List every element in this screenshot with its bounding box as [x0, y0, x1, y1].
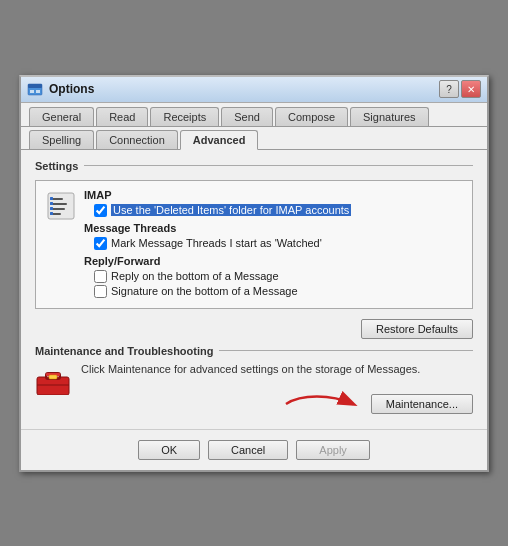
toolbox-icon	[35, 365, 71, 395]
tab-advanced[interactable]: Advanced	[180, 130, 259, 150]
svg-rect-4	[48, 193, 74, 219]
reply-checkbox2-row: Signature on the bottom of a Message	[94, 285, 462, 298]
threads-checkbox[interactable]	[94, 237, 107, 250]
tab-connection[interactable]: Connection	[96, 130, 178, 149]
tab-read[interactable]: Read	[96, 107, 148, 126]
svg-rect-1	[28, 84, 42, 88]
threads-checkbox-row: Mark Message Threads I start as 'Watched…	[94, 237, 462, 250]
svg-rect-6	[51, 203, 67, 205]
reply-checkbox1-label: Reply on the bottom of a Message	[111, 270, 279, 282]
maintenance-body: Click Maintenance for advanced settings …	[35, 363, 473, 419]
svg-rect-9	[50, 197, 53, 200]
settings-box: IMAP Use the 'Deleted Items' folder for …	[35, 180, 473, 309]
title-buttons: ? ✕	[439, 80, 481, 98]
reply-checkbox2[interactable]	[94, 285, 107, 298]
tab-compose[interactable]: Compose	[275, 107, 348, 126]
svg-rect-2	[30, 90, 34, 93]
maintenance-header: Maintenance and Troubleshooting	[35, 345, 473, 357]
svg-rect-10	[50, 202, 53, 205]
settings-content: IMAP Use the 'Deleted Items' folder for …	[84, 189, 462, 300]
help-button[interactable]: ?	[439, 80, 459, 98]
imap-label: IMAP	[84, 189, 462, 201]
maintenance-description: Click Maintenance for advanced settings …	[81, 363, 473, 375]
window-title: Options	[49, 82, 94, 96]
reply-checkbox1-row: Reply on the bottom of a Message	[94, 270, 462, 283]
cancel-button[interactable]: Cancel	[208, 440, 288, 460]
threads-checkbox-label: Mark Message Threads I start as 'Watched…	[111, 237, 322, 249]
tab-spelling[interactable]: Spelling	[29, 130, 94, 149]
title-bar-left: Options	[27, 81, 94, 97]
maintenance-section: Maintenance and Troubleshooting	[35, 345, 473, 419]
tabs-row2: Spelling Connection Advanced	[21, 127, 487, 150]
maintenance-btn-row: Maintenance...	[81, 389, 473, 419]
ok-button[interactable]: OK	[138, 440, 200, 460]
imap-checkbox1-row: Use the 'Deleted Items' folder for IMAP …	[94, 204, 462, 217]
options-window: Options ? ✕ General Read Receipts Send C…	[19, 75, 489, 472]
maintenance-right: Click Maintenance for advanced settings …	[81, 363, 473, 419]
tab-signatures[interactable]: Signatures	[350, 107, 429, 126]
svg-rect-7	[51, 208, 65, 210]
tabs-row1: General Read Receipts Send Compose Signa…	[21, 103, 487, 127]
imap-checkbox1-label: Use the 'Deleted Items' folder for IMAP …	[111, 204, 351, 216]
imap-checkbox1[interactable]	[94, 204, 107, 217]
reply-label: Reply/Forward	[84, 255, 462, 267]
tab-receipts[interactable]: Receipts	[150, 107, 219, 126]
settings-section-header: Settings	[35, 160, 473, 172]
restore-defaults-button[interactable]: Restore Defaults	[361, 319, 473, 339]
apply-button[interactable]: Apply	[296, 440, 370, 460]
window-icon	[27, 81, 43, 97]
maintenance-button[interactable]: Maintenance...	[371, 394, 473, 414]
restore-defaults-row: Restore Defaults	[35, 319, 473, 339]
bottom-bar: OK Cancel Apply	[21, 429, 487, 470]
tab-general[interactable]: General	[29, 107, 94, 126]
threads-label: Message Threads	[84, 222, 462, 234]
title-bar: Options ? ✕	[21, 77, 487, 103]
tab-send[interactable]: Send	[221, 107, 273, 126]
svg-rect-11	[50, 207, 53, 210]
settings-list-icon	[46, 191, 76, 221]
main-content: Settings IMAP Use the 'Deleted Ite	[21, 150, 487, 429]
svg-rect-16	[49, 375, 57, 379]
reply-checkbox2-label: Signature on the bottom of a Message	[111, 285, 298, 297]
svg-rect-12	[50, 212, 53, 215]
maintenance-arrow-icon	[281, 389, 361, 419]
svg-rect-17	[37, 384, 69, 386]
reply-checkbox1[interactable]	[94, 270, 107, 283]
close-button[interactable]: ✕	[461, 80, 481, 98]
svg-rect-3	[36, 90, 40, 93]
